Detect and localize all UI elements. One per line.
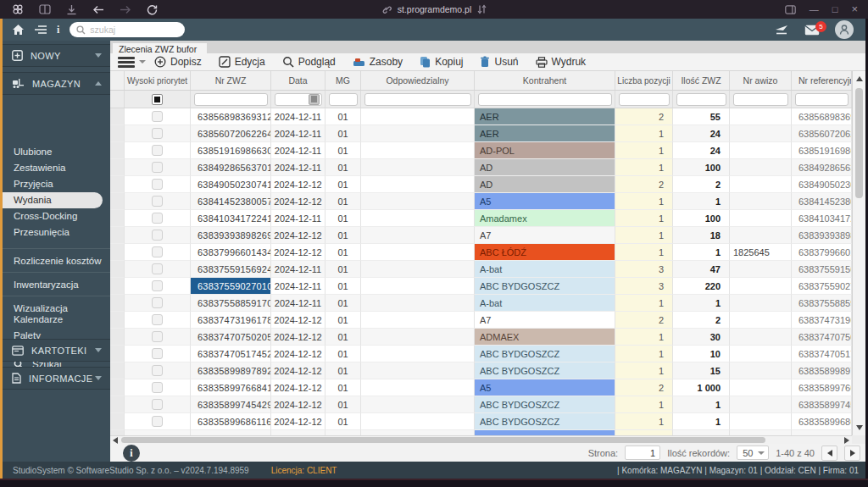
usun-button[interactable]: Usuń (480, 56, 518, 68)
sidebar-section-nowy[interactable]: NOWY (3, 44, 110, 67)
sidebar-item-przesuniecia[interactable]: Przesunięcia (3, 224, 110, 241)
podglad-button[interactable]: Podgląd (282, 56, 336, 68)
reload-icon[interactable] (147, 4, 158, 15)
vertical-scrollbar[interactable] (852, 71, 865, 435)
row-checkbox[interactable] (152, 246, 163, 257)
cell-nr-zwz[interactable]: 6384928656370148 (191, 159, 271, 176)
reader-mode-icon[interactable] (39, 4, 51, 14)
scroll-down-icon[interactable] (856, 425, 863, 430)
next-page-button[interactable] (844, 445, 860, 461)
row-checkbox-cell[interactable] (125, 329, 191, 346)
header-data[interactable]: Data (271, 71, 326, 90)
table-row[interactable]: 63835899766841822024-12-1201A521 0006383… (110, 379, 852, 396)
cell-nr-zwz[interactable]: 6383589974542991 (191, 396, 271, 413)
row-checkbox[interactable] (152, 297, 163, 308)
cell-nr-zwz[interactable]: 6383799660143493 (191, 244, 271, 261)
row-checkbox-cell[interactable] (125, 244, 191, 261)
row-checkbox-cell[interactable] (125, 227, 191, 244)
cell-nr-zwz[interactable]: 6383755885917086 (191, 295, 271, 312)
table-row[interactable]: 63835899686116912024-12-1201ABC BYDGOSZC… (110, 413, 852, 430)
row-checkbox-cell[interactable] (125, 142, 191, 159)
table-row[interactable]: 63837473196178732024-12-1201A72263837473… (110, 312, 852, 329)
row-checkbox[interactable] (152, 382, 163, 393)
sidebar-section-magazyn[interactable]: MAGAZYN (3, 72, 110, 95)
table-row[interactable]: 63849286563701482024-12-1101AD1100638492… (110, 159, 852, 176)
user-avatar[interactable] (835, 20, 854, 39)
scroll-up-icon[interactable] (856, 76, 863, 81)
menu-list-icon[interactable] (35, 25, 47, 35)
table-row[interactable]: 63837559027010932024-12-1101ABC BYDGOSZC… (110, 278, 852, 295)
dopisz-button[interactable]: Dopisz (154, 56, 202, 68)
header-liczba-pozycji[interactable]: Liczba pozycji (615, 71, 673, 90)
filter-liczba-pozycji-input[interactable] (619, 93, 670, 106)
row-checkbox[interactable] (152, 348, 163, 359)
send-tray-icon[interactable] (774, 24, 789, 36)
calendar-icon[interactable] (309, 94, 320, 105)
cell-nr-zwz[interactable]: 6383589976684182 (191, 379, 271, 396)
row-checkbox-cell[interactable] (125, 193, 191, 210)
filter-priority[interactable] (125, 91, 191, 108)
header-nr-referencyjny[interactable]: Nr referencyjny (792, 71, 852, 90)
forward-icon[interactable] (120, 5, 131, 14)
row-checkbox[interactable] (152, 196, 163, 207)
header-nr-zwz[interactable]: Nr ZWZ (191, 71, 271, 90)
row-checkbox-cell[interactable] (125, 210, 191, 227)
search-input[interactable] (90, 25, 175, 35)
row-checkbox[interactable] (152, 331, 163, 342)
maximize-icon[interactable]: □ (832, 0, 838, 19)
header-nr-awizo[interactable]: Nr awizo (730, 71, 792, 90)
table-row[interactable]: 63837470750205272024-12-1201ADMAEX130638… (110, 329, 852, 346)
download-icon[interactable] (66, 4, 77, 15)
header-odpowiedzialny[interactable]: Odpowiedzialny (361, 71, 475, 90)
url-text[interactable]: st.programdemo.pl (398, 4, 472, 14)
chevron-down-icon[interactable] (139, 60, 146, 64)
table-row[interactable]: 63837470517452942024-12-1201ABC BYDGOSZC… (110, 346, 852, 362)
wydruk-button[interactable]: Wydruk (536, 56, 587, 68)
cell-nr-zwz[interactable]: 6385607206226402 (191, 125, 271, 142)
scroll-right-icon[interactable] (844, 437, 849, 444)
sidebar-section-informacje[interactable]: INFORMACJE (3, 367, 110, 390)
row-checkbox[interactable] (152, 399, 163, 410)
sync-arrows-icon[interactable] (477, 4, 487, 14)
filter-odpowiedzialny-input[interactable] (364, 93, 471, 106)
row-checkbox-cell[interactable] (125, 295, 191, 312)
table-row[interactable]: 63849050230741572024-12-1201AD2263849050… (110, 176, 852, 193)
row-checkbox-cell[interactable] (125, 362, 191, 379)
row-checkbox[interactable] (152, 365, 163, 376)
filter-nr-referencyjny-input[interactable] (795, 93, 849, 106)
hamburger-menu-icon[interactable] (118, 57, 135, 68)
sidebar-item-zestawienia[interactable]: Zestawienia (3, 160, 110, 176)
filter-ilosc-zwz-input[interactable] (676, 93, 726, 106)
filter-mg-input[interactable] (329, 93, 358, 106)
side-panel-icon[interactable] (785, 5, 796, 14)
horizontal-scrollbar[interactable] (110, 435, 852, 444)
row-checkbox-cell[interactable] (125, 176, 191, 193)
row-checkbox[interactable] (152, 314, 163, 325)
header-kontrahent[interactable]: Kontrahent (475, 71, 615, 90)
horizontal-scroll-thumb[interactable] (121, 437, 765, 443)
table-row[interactable]: 63837559156924412024-12-1101A-bat3476383… (110, 261, 852, 278)
row-checkbox-cell[interactable] (125, 159, 191, 176)
table-row[interactable]: 63837558859170862024-12-1101A-bat1163837… (110, 295, 852, 312)
cell-nr-zwz[interactable]: 6383755902701093 (191, 278, 271, 295)
table-row[interactable]: 63856072062264022024-12-1101AER124638560… (110, 125, 852, 142)
cell-nr-zwz[interactable]: 6383747319617873 (191, 312, 271, 329)
row-checkbox[interactable] (152, 263, 163, 274)
edycja-button[interactable]: Edycja (219, 56, 265, 68)
kopiuj-button[interactable]: Kopiuj (420, 56, 463, 68)
row-checkbox-cell[interactable] (125, 413, 191, 430)
table-row[interactable]: 63856898369312442024-12-1101AER255638568… (110, 108, 852, 125)
sidebar-item-inwentaryzacja[interactable]: Inwentaryzacja (3, 272, 110, 288)
sidebar-item-kalendarze[interactable]: Kalendarze (3, 312, 110, 328)
home-icon[interactable] (12, 24, 25, 36)
row-checkbox[interactable] (152, 213, 163, 224)
cell-nr-zwz[interactable]: 6383589968611691 (191, 413, 271, 430)
row-checkbox[interactable] (152, 128, 163, 139)
page-input[interactable]: 1 (625, 445, 660, 460)
filter-nr-awizo-input[interactable] (733, 93, 788, 106)
row-checkbox[interactable] (152, 145, 163, 156)
table-row[interactable]: 63835899745429912024-12-1201ABC BYDGOSZC… (110, 396, 852, 413)
row-checkbox[interactable] (152, 230, 163, 241)
sidebar-item-rozliczenie-kosztow[interactable]: Rozliczenie kosztów (3, 248, 110, 264)
priority-filter-checkbox[interactable] (152, 94, 163, 105)
